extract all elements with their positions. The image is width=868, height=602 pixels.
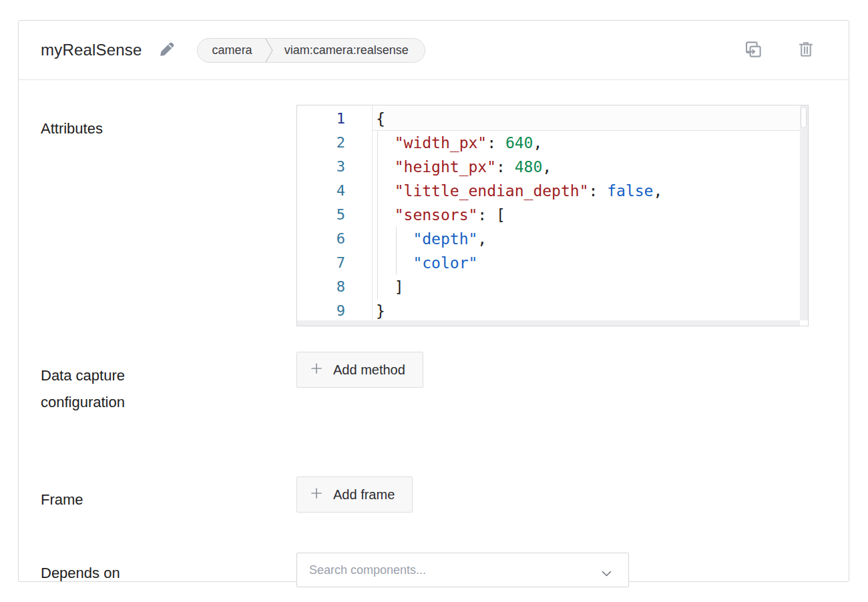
code-text: "height_px": 480, bbox=[372, 155, 808, 179]
add-method-label: Add method bbox=[333, 362, 405, 378]
breadcrumb-chevron-icon bbox=[264, 38, 274, 63]
code-line[interactable]: 9} bbox=[297, 299, 808, 323]
line-number: 8 bbox=[297, 275, 372, 299]
depends-on-select bbox=[296, 553, 629, 587]
code-text: ] bbox=[372, 275, 808, 299]
duplicate-icon bbox=[743, 39, 763, 61]
code-line[interactable]: 1{ bbox=[297, 107, 808, 131]
code-text: "width_px": 640, bbox=[372, 131, 808, 155]
component-model: viam:camera:realsense bbox=[274, 43, 409, 57]
component-category: camera bbox=[198, 43, 264, 57]
add-frame-label: Add frame bbox=[333, 487, 395, 503]
card-body: Attributes 1{2 "width_px": 640,3 "height… bbox=[19, 105, 849, 587]
code-line[interactable]: 7 "color" bbox=[297, 251, 808, 275]
component-type-badge: camera viam:camera:realsense bbox=[197, 38, 425, 63]
code-text: "color" bbox=[372, 251, 808, 275]
search-components-input[interactable] bbox=[296, 553, 629, 587]
delete-button[interactable] bbox=[795, 39, 817, 62]
line-number: 6 bbox=[297, 227, 372, 251]
attributes-json-editor[interactable]: 1{2 "width_px": 640,3 "height_px": 480,4… bbox=[296, 105, 809, 326]
code-line[interactable]: 8 ] bbox=[297, 275, 808, 299]
plus-icon bbox=[310, 487, 322, 503]
line-number: 9 bbox=[297, 299, 372, 323]
frame-label: Frame bbox=[41, 477, 296, 513]
code-line[interactable]: 3 "height_px": 480, bbox=[297, 155, 808, 179]
code-line[interactable]: 6 "depth", bbox=[297, 227, 808, 251]
code-text: "depth", bbox=[372, 227, 808, 251]
depends-on-label: Depends on bbox=[41, 553, 296, 587]
frame-section: Frame Add frame bbox=[41, 477, 849, 513]
data-capture-section: Data capture configuration Add method bbox=[41, 352, 849, 416]
code-text: { bbox=[372, 107, 808, 131]
attributes-label: Attributes bbox=[41, 105, 296, 326]
depends-on-section: Depends on bbox=[41, 553, 849, 587]
editor-vertical-scrollbar[interactable] bbox=[800, 105, 808, 320]
code-lines: 1{2 "width_px": 640,3 "height_px": 480,4… bbox=[297, 105, 808, 323]
code-line[interactable]: 2 "width_px": 640, bbox=[297, 131, 808, 155]
pencil-icon bbox=[158, 41, 176, 60]
indent-guide bbox=[396, 227, 397, 275]
plus-icon bbox=[310, 362, 322, 378]
line-number: 5 bbox=[297, 203, 372, 227]
line-number: 7 bbox=[297, 251, 372, 275]
add-method-button[interactable]: Add method bbox=[296, 352, 423, 388]
data-capture-label: Data capture configuration bbox=[41, 352, 296, 416]
trash-icon bbox=[797, 40, 815, 61]
add-frame-button[interactable]: Add frame bbox=[296, 477, 413, 513]
header-actions bbox=[742, 38, 817, 63]
gutter-divider bbox=[372, 105, 373, 320]
indent-guide bbox=[377, 131, 378, 299]
component-name: myRealSense bbox=[41, 41, 142, 59]
code-text: } bbox=[372, 299, 808, 323]
attributes-section: Attributes 1{2 "width_px": 640,3 "height… bbox=[41, 105, 849, 326]
code-text: "sensors": [ bbox=[372, 203, 808, 227]
editor-horizontal-scrollbar[interactable] bbox=[297, 320, 800, 326]
line-number: 2 bbox=[297, 131, 372, 155]
component-config-card: myRealSense camera viam:camera:realsense bbox=[18, 20, 849, 582]
rename-button[interactable] bbox=[157, 39, 177, 61]
duplicate-button[interactable] bbox=[742, 38, 765, 63]
line-number: 3 bbox=[297, 155, 372, 179]
scrollbar-thumb[interactable] bbox=[801, 107, 807, 128]
line-number: 4 bbox=[297, 179, 372, 203]
code-line[interactable]: 5 "sensors": [ bbox=[297, 203, 808, 227]
code-line[interactable]: 4 "little_endian_depth": false, bbox=[297, 179, 808, 203]
line-number: 1 bbox=[297, 107, 372, 131]
code-text: "little_endian_depth": false, bbox=[372, 179, 808, 203]
card-header: myRealSense camera viam:camera:realsense bbox=[19, 21, 849, 80]
